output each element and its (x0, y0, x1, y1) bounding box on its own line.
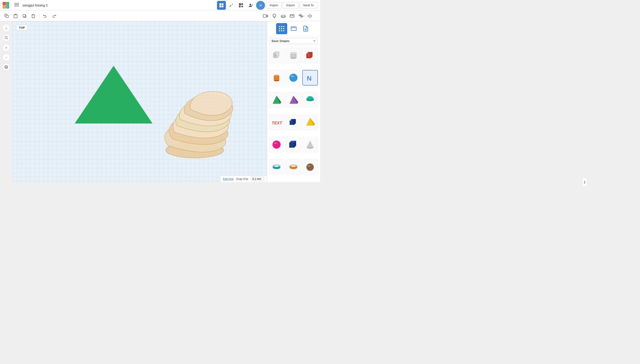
view-label: TOP (16, 25, 28, 30)
home-button[interactable]: ⌂ (2, 24, 10, 32)
edit-grid-label[interactable]: Edit Grid (223, 178, 233, 180)
snap-value-input[interactable] (251, 177, 264, 181)
topbar: T I N K sanggul lintang C U Import Expor… (0, 0, 320, 11)
3d-view-button[interactable] (2, 63, 10, 71)
svg-rect-6 (222, 5, 223, 7)
svg-point-84 (306, 164, 314, 171)
green-pyramid-item[interactable] (269, 92, 284, 108)
svg-point-10 (241, 6, 243, 7)
svg-rect-32 (283, 26, 284, 27)
undo-button[interactable] (41, 12, 49, 20)
svg-point-50 (290, 52, 296, 54)
svg-rect-4 (222, 3, 223, 5)
svg-rect-71 (289, 142, 294, 148)
camera-view-button[interactable] (261, 12, 269, 20)
teal-torus-item[interactable] (269, 159, 284, 174)
send-to-button[interactable]: Send To (299, 2, 317, 8)
svg-point-27 (5, 36, 7, 39)
svg-rect-31 (281, 26, 282, 27)
orange-cylinder-item[interactable] (269, 70, 284, 86)
svg-point-11 (250, 4, 251, 5)
zoom-fit-button[interactable] (2, 34, 10, 42)
shapes-grid: N (267, 46, 320, 182)
pink-sphere-item[interactable] (269, 137, 284, 152)
mirror-button[interactable] (306, 12, 314, 20)
svg-rect-5 (219, 5, 221, 7)
export-button[interactable]: Export (282, 2, 298, 8)
svg-line-28 (7, 38, 8, 39)
logo-i: I (6, 2, 9, 5)
svg-rect-1 (15, 4, 19, 5)
zoom-out-button[interactable]: − (2, 53, 10, 61)
import-button[interactable]: Import (266, 2, 282, 8)
svg-rect-30 (279, 26, 280, 27)
delete-button[interactable] (29, 12, 37, 20)
svg-point-70 (274, 142, 277, 144)
align-button[interactable] (297, 12, 305, 20)
brown-sphere-item[interactable] (302, 159, 318, 174)
svg-point-55 (274, 75, 279, 77)
redo-button[interactable] (50, 12, 58, 20)
svg-text:N: N (307, 74, 312, 82)
logo: T I N K (3, 2, 9, 8)
svg-rect-16 (263, 14, 266, 17)
shapes-header: Basic Shapes Letters Numbers Connectors (267, 36, 320, 46)
logo-t: T (3, 2, 6, 5)
zoom-in-button[interactable]: + (2, 44, 10, 52)
svg-point-63 (306, 98, 314, 101)
copy-button[interactable] (3, 12, 11, 20)
svg-point-57 (291, 75, 294, 77)
svg-rect-7 (239, 3, 241, 5)
panel-grid-button[interactable] (276, 23, 287, 34)
ruler-button[interactable] (288, 12, 296, 20)
orange-3d-shape (150, 68, 230, 157)
gray-box-item[interactable] (269, 48, 284, 63)
panel-notes-button[interactable] (300, 23, 311, 34)
paste-button[interactable] (12, 12, 20, 20)
teal-half-item[interactable] (302, 92, 318, 108)
svg-rect-9 (239, 6, 240, 7)
svg-rect-33 (279, 28, 280, 29)
add-user-button[interactable] (246, 1, 255, 10)
dark-cube-item[interactable] (286, 137, 301, 152)
right-panel: Basic Shapes Letters Numbers Connectors (267, 21, 320, 182)
svg-rect-12 (6, 15, 9, 18)
project-title[interactable]: sanggul lintang C (23, 3, 213, 7)
svg-rect-25 (301, 16, 303, 17)
toolbar-center-tools (261, 12, 314, 20)
svg-rect-15 (23, 14, 25, 17)
orange-torus-item[interactable] (286, 159, 301, 174)
duplicate-button[interactable] (21, 12, 29, 20)
avatar[interactable]: U (256, 1, 265, 10)
purple-pyramid-item[interactable] (286, 92, 301, 108)
svg-rect-35 (283, 28, 284, 29)
toolbar (0, 11, 320, 21)
tools-button[interactable] (227, 1, 236, 10)
menu-icon[interactable] (15, 2, 19, 8)
grid-view-button[interactable] (217, 1, 226, 10)
shapes-library-button[interactable] (236, 1, 245, 10)
yellow-pyramid-item[interactable] (302, 114, 318, 130)
gray-cylinder-item[interactable] (286, 48, 301, 63)
red-box-item[interactable] (302, 48, 318, 63)
text-shape-item[interactable]: TEXT (269, 114, 284, 130)
svg-rect-38 (283, 30, 284, 31)
svg-point-56 (289, 74, 297, 82)
canvas-area[interactable]: TOP (13, 21, 267, 182)
svg-rect-34 (281, 28, 282, 29)
svg-text:TEXT: TEXT (272, 120, 282, 125)
panel-top-icons (267, 21, 320, 36)
svg-rect-0 (15, 3, 19, 4)
svg-rect-3 (219, 3, 221, 5)
shapes-category-select[interactable]: Basic Shapes Letters Numbers Connectors (270, 38, 317, 44)
gray-cone-item[interactable] (302, 137, 318, 152)
n-letter-item[interactable]: N (302, 70, 318, 86)
blue-sphere-item[interactable] (286, 70, 301, 86)
status-bar: Edit Grid Snap Grid (220, 176, 267, 182)
left-controls: ⌂ + − (0, 21, 13, 182)
dark-box-item[interactable] (286, 114, 301, 130)
panel-ruler-button[interactable] (288, 23, 299, 34)
logo-k: K (6, 5, 9, 8)
lightbulb-button[interactable] (270, 12, 278, 20)
workplane-button[interactable] (279, 12, 287, 20)
